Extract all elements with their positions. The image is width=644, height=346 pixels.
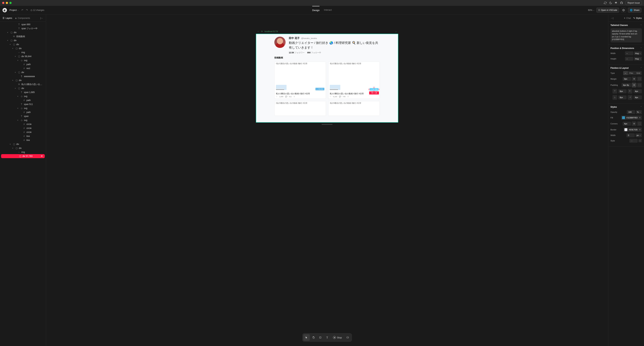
border-swatch[interactable] bbox=[624, 128, 627, 131]
layer-row[interactable]: ▫img bbox=[0, 150, 46, 154]
open-vscode-button[interactable]: ⟨⟩ Open in VSCode bbox=[596, 8, 619, 13]
minimize-window[interactable] bbox=[6, 2, 8, 4]
zoom-dropdown[interactable]: 60% ⌄ bbox=[588, 9, 594, 12]
border-width-unit[interactable]: px⌄ bbox=[636, 133, 642, 137]
layer-row[interactable]: H投稿動画 bbox=[0, 35, 46, 39]
height-mode-select[interactable]: Hug⌄ bbox=[634, 57, 642, 61]
share-button[interactable]: 🌐 Share bbox=[628, 8, 642, 13]
collapse-right-panel[interactable]: →| bbox=[610, 17, 614, 20]
padding-right-icon[interactable]: ⊢ bbox=[628, 89, 632, 94]
resize-handle[interactable] bbox=[322, 124, 332, 125]
report-issue-button[interactable]: Report Issue bbox=[626, 1, 642, 5]
layer-row[interactable]: #rect bbox=[0, 66, 46, 70]
layer-chevron-icon[interactable]: ▾ bbox=[12, 79, 14, 81]
opacity-input[interactable] bbox=[627, 110, 635, 114]
layer-row[interactable]: #circle bbox=[0, 130, 46, 134]
padding-bottom-input[interactable] bbox=[618, 95, 626, 99]
type-flex[interactable]: Flex bbox=[628, 71, 635, 75]
layer-row[interactable]: ▾▢div bbox=[0, 39, 46, 43]
preview-frame[interactable]: 田中 花子 @hanako_tanaka 動画クリエイター / 旅行好き 🌏 /… bbox=[256, 34, 398, 123]
layer-row[interactable]: #path bbox=[0, 62, 46, 66]
chevron-up-icon[interactable]: ⌃ bbox=[640, 106, 642, 108]
layer-row-selected[interactable]: ▢div 57,783👁 bbox=[1, 154, 45, 158]
height-input[interactable] bbox=[625, 57, 633, 61]
collapse-left-panel[interactable]: |← bbox=[40, 17, 43, 20]
layer-row[interactable]: ▾▢div bbox=[0, 43, 46, 47]
corners-input[interactable] bbox=[622, 122, 631, 126]
layer-row[interactable]: ▾◇svg bbox=[0, 94, 46, 98]
layer-row[interactable]: ▫img bbox=[0, 51, 46, 54]
moon-icon[interactable] bbox=[609, 2, 612, 4]
tab-design[interactable]: Design bbox=[312, 6, 320, 14]
layer-row[interactable]: Tspan フォロー中 bbox=[0, 27, 46, 31]
video-card[interactable]: 私の3番目の思い出の動画 #旅行 #日常 bbox=[274, 101, 326, 116]
tab-layers[interactable]: ☰ Layers bbox=[2, 17, 12, 20]
layer-row[interactable]: #line bbox=[0, 138, 46, 142]
remove-border-icon[interactable]: ✕ bbox=[639, 128, 641, 131]
margin-expand-button[interactable]: ⛶ bbox=[637, 77, 642, 81]
changes-indicator[interactable]: ◷ 12 changes bbox=[30, 9, 44, 12]
hand-tool[interactable] bbox=[310, 334, 317, 341]
layer-row[interactable]: ▾▢div bbox=[0, 47, 46, 51]
layer-row[interactable]: ▾▢div bbox=[0, 70, 46, 74]
border-style-input[interactable] bbox=[629, 139, 638, 143]
back-icon[interactable]: ← bbox=[257, 30, 259, 33]
layer-chevron-icon[interactable]: ▾ bbox=[12, 48, 14, 49]
layer-chevron-icon[interactable]: ▾ bbox=[7, 40, 9, 41]
settings-button[interactable] bbox=[621, 8, 626, 13]
layer-row[interactable]: ▾◇svg bbox=[0, 58, 46, 62]
select-tool[interactable] bbox=[303, 334, 310, 341]
corners-sides-button[interactable]: ⊞ bbox=[632, 121, 636, 126]
layer-chevron-icon[interactable]: ▾ bbox=[7, 32, 9, 33]
margin-input[interactable] bbox=[622, 77, 631, 81]
tab-interact[interactable]: Interact bbox=[324, 6, 332, 14]
layer-row[interactable]: ▾◇svg bbox=[0, 106, 46, 110]
redo-button[interactable]: ↷ bbox=[26, 9, 28, 12]
video-card[interactable]: 私の2番目の思い出の動画 #旅行 #日常 aaaaaaaaa ▷ 57,783 … bbox=[328, 62, 380, 99]
layer-chevron-icon[interactable]: ▾ bbox=[10, 44, 12, 45]
layer-chevron-icon[interactable]: ▾ bbox=[12, 147, 14, 149]
border-control[interactable]: #E5E7EB ✕ bbox=[623, 128, 642, 132]
layer-chevron-icon[interactable]: ▾ bbox=[15, 87, 17, 89]
layer-row[interactable]: Tspan 511 bbox=[0, 102, 46, 106]
tab-styles[interactable]: ✎ Styles bbox=[633, 17, 642, 20]
undo-button[interactable]: ↶ bbox=[22, 9, 24, 12]
layer-row[interactable]: ▾▢div bbox=[0, 86, 46, 90]
text-tool[interactable]: T bbox=[324, 334, 330, 341]
layer-chevron-icon[interactable]: ▾ bbox=[18, 60, 19, 61]
layer-row[interactable]: #line bbox=[0, 134, 46, 138]
padding-left-input[interactable] bbox=[634, 95, 642, 99]
layer-row[interactable]: ▾▢div bbox=[0, 146, 46, 150]
github-icon[interactable] bbox=[620, 2, 623, 4]
layer-row[interactable]: ▾▢div bbox=[0, 31, 46, 35]
layer-row[interactable]: ▾◇svg bbox=[0, 118, 46, 122]
layer-row[interactable]: H私の1番目の思い出の動画 #旅... bbox=[0, 82, 46, 86]
chevron-up-icon[interactable]: ⌃ bbox=[640, 67, 642, 69]
layer-chevron-icon[interactable]: ▾ bbox=[18, 119, 19, 121]
padding-top-input[interactable] bbox=[618, 89, 626, 93]
type-none[interactable]: -- bbox=[623, 71, 628, 75]
discord-icon[interactable] bbox=[615, 2, 618, 4]
fill-swatch[interactable] bbox=[622, 116, 625, 119]
chevron-up-icon[interactable]: ⌃ bbox=[640, 24, 642, 26]
device-tool[interactable] bbox=[344, 334, 351, 341]
width-input[interactable] bbox=[625, 51, 633, 55]
video-card[interactable]: 私の4番目の思い出の動画 #旅行 #日常 bbox=[328, 101, 380, 116]
layer-chevron-icon[interactable]: ▾ bbox=[18, 95, 19, 97]
canvas-area[interactable]: ← ⟳ localhost:5173/ ⌄ 田中 花子 @hanako_tana… bbox=[46, 15, 608, 346]
reload-icon[interactable] bbox=[604, 2, 607, 4]
tab-components[interactable]: ◈ Components bbox=[15, 17, 30, 20]
padding-right-input[interactable] bbox=[634, 89, 642, 93]
layer-row[interactable]: #path bbox=[0, 110, 46, 114]
layer-row[interactable]: #path bbox=[0, 98, 46, 102]
eye-icon[interactable]: 👁 bbox=[41, 155, 43, 157]
reload-preview-icon[interactable]: ⟳ bbox=[261, 30, 263, 33]
layer-row[interactable]: Tspan 890 bbox=[0, 23, 46, 27]
padding-bottom-icon[interactable]: ⊥ bbox=[612, 95, 617, 100]
layer-row[interactable]: #circle bbox=[0, 126, 46, 130]
frame-tool[interactable] bbox=[317, 334, 324, 341]
chevron-down-icon[interactable]: ⌄ bbox=[395, 30, 397, 33]
layer-row[interactable]: ▾▢div bbox=[0, 78, 46, 82]
layer-row[interactable]: Tspan bbox=[0, 114, 46, 118]
close-window[interactable] bbox=[2, 2, 4, 4]
